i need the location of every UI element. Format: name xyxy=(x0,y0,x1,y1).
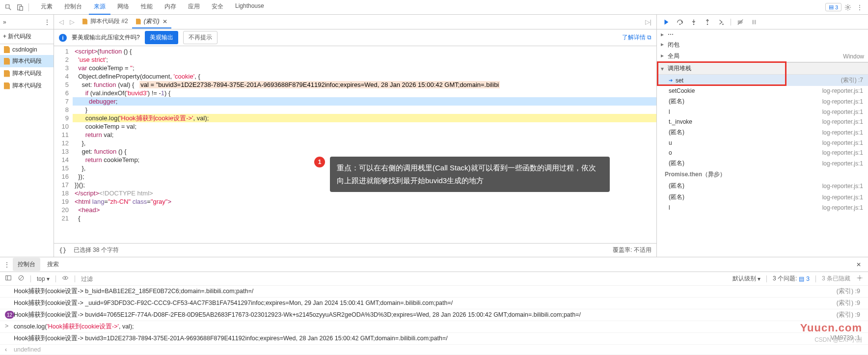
file-icon xyxy=(4,58,10,65)
problems-indicator[interactable]: 3 个问题: ▤ 3 xyxy=(773,274,810,283)
pretty-question: 要美观输出此压缩文件吗? xyxy=(72,33,140,42)
messages-badge[interactable]: ▤ 3 xyxy=(825,3,841,11)
callstack-frame[interactable]: olog-reporter.js:1 xyxy=(657,148,868,158)
svg-point-16 xyxy=(859,277,861,279)
callstack-frame[interactable]: llog-reporter.js:1 xyxy=(657,107,868,117)
devtools-tab[interactable]: 元素 xyxy=(36,0,57,15)
dismiss-button[interactable]: 不再提示 xyxy=(183,31,217,44)
snippet-item[interactable]: 脚本代码段 xyxy=(0,67,54,80)
settings-icon[interactable] xyxy=(842,2,853,13)
learn-more-link[interactable]: 了解详情 ⧉ xyxy=(622,33,651,42)
console-source-link[interactable]: (索引) :9 xyxy=(834,287,863,296)
callstack-section: ▾调用堆栈 ➔set(索引) :7setCookielog-reporter.j… xyxy=(657,62,868,213)
console-source-link[interactable]: (索引) :9 xyxy=(834,299,863,307)
snippet-label: 脚本代码段 xyxy=(12,57,42,65)
clear-console-icon[interactable] xyxy=(18,274,25,283)
annotation-tooltip: 1 重点：可以在右侧的调用栈里(Call Stack)就可以看到一些函数的调用过… xyxy=(314,157,610,192)
svg-point-15 xyxy=(64,277,66,279)
devtools-tab[interactable]: 来源 xyxy=(89,0,110,15)
log-level-selector[interactable]: 默认级别▾ xyxy=(732,274,760,283)
sidebar-expand-icon[interactable]: » xyxy=(3,19,6,26)
snippet-item[interactable]: 脚本代码段 xyxy=(0,80,54,92)
annotation-text: 重点：可以在右侧的调用栈里(Call Stack)就可以看到一些函数的调用过程，… xyxy=(330,157,610,192)
file-icon xyxy=(136,19,141,25)
devtools-tab[interactable]: 网络 xyxy=(112,0,134,15)
current-frame-icon: ➔ xyxy=(669,78,673,83)
context-selector[interactable]: top▾ xyxy=(37,275,50,282)
nav-back-icon[interactable]: ◁ xyxy=(57,18,66,26)
svg-rect-9 xyxy=(755,20,756,24)
callstack-frame[interactable]: (匿名)log-reporter.js:1 xyxy=(657,158,868,169)
step-over-button[interactable] xyxy=(676,18,684,27)
add-snippet-button[interactable]: + 新代码段 xyxy=(3,32,31,41)
editor-tab[interactable]: (索引)✕ xyxy=(132,15,171,28)
console-output[interactable]: Hook捕获到cookie设置-> b_lsid=BAB1E2E2_185FE0… xyxy=(0,286,868,355)
braces-icon[interactable]: {} xyxy=(59,246,67,254)
svg-point-3 xyxy=(679,24,680,25)
snippet-item[interactable]: 脚本代码段 xyxy=(0,55,54,67)
callstack-frame[interactable]: (匿名)log-reporter.js:1 xyxy=(657,96,868,107)
callstack-frame[interactable]: ➔set(索引) :7 xyxy=(657,75,868,86)
file-icon xyxy=(4,70,10,77)
console-line[interactable]: Hook捕获到cookie设置-> buvid3=1D2E2738-7894-3… xyxy=(0,333,868,345)
callstack-frame[interactable]: (匿名)log-reporter.js:1 xyxy=(657,191,868,203)
editor-footer: {} 已选择 38 个字符 覆盖率: 不适用 xyxy=(54,243,656,257)
resume-button[interactable] xyxy=(662,18,671,27)
callstack-frame[interactable]: ulog-reporter.js:1 xyxy=(657,138,868,148)
devtools-tab[interactable]: Lighthouse xyxy=(230,0,269,15)
pretty-print-button[interactable]: 美观输出 xyxy=(145,31,178,44)
tab-overflow-icon[interactable]: ▷| xyxy=(643,18,653,26)
console-tab[interactable]: 控制台 xyxy=(13,258,40,271)
devtools-tab[interactable]: 控制台 xyxy=(59,0,87,15)
drawer-more-icon[interactable]: ⋮ xyxy=(4,261,10,268)
filter-input[interactable] xyxy=(81,275,140,282)
more-icon[interactable]: ⋮ xyxy=(854,2,865,13)
svg-point-5 xyxy=(707,24,708,25)
console-settings-icon[interactable] xyxy=(856,274,863,283)
deactivate-breakpoints-button[interactable] xyxy=(736,18,745,27)
console-line[interactable]: 12Hook捕获到cookie设置-> buvid4=7065E12F-774A… xyxy=(0,309,868,321)
scope-row[interactable]: ▸全局Window xyxy=(657,51,868,62)
console-source-link[interactable]: (索引) :9 xyxy=(834,311,863,319)
scope-row[interactable]: ▸⋯ xyxy=(657,29,868,39)
editor-tab[interactable]: 脚本代码段 #2 xyxy=(79,15,132,28)
console-tab[interactable]: 搜索 xyxy=(42,258,64,271)
step-button[interactable] xyxy=(717,18,726,27)
inspect-icon[interactable] xyxy=(3,2,14,13)
step-into-button[interactable] xyxy=(689,18,698,27)
repeat-badge: 12 xyxy=(5,311,14,319)
console-source-link[interactable]: VM9739 :1 xyxy=(828,334,863,343)
callstack-frame[interactable]: (匿名)log-reporter.js:1 xyxy=(657,127,868,138)
devtools-tab[interactable]: 应用 xyxy=(183,0,205,15)
drawer-close-icon[interactable]: ✕ xyxy=(853,261,864,268)
divider xyxy=(28,3,29,11)
devtools-tab[interactable]: 内存 xyxy=(160,0,181,15)
devtools-tab[interactable]: 安全 xyxy=(207,0,228,15)
live-expression-icon[interactable] xyxy=(62,274,69,283)
devtools-topbar: 元素控制台来源网络性能内存应用安全Lighthouse ▤ 3 ⋮ xyxy=(0,0,868,15)
close-tab-icon[interactable]: ✕ xyxy=(163,18,167,25)
snippet-label: 脚本代码段 xyxy=(12,69,42,78)
console-line[interactable]: Hook捕获到cookie设置-> b_lsid=BAB1E2E2_185FE0… xyxy=(0,286,868,298)
device-toggle-icon[interactable] xyxy=(15,2,26,13)
callstack-frame[interactable]: (匿名)log-reporter.js:1 xyxy=(657,180,868,191)
console-line[interactable]: ‹undefined xyxy=(0,345,868,355)
callstack-frame[interactable]: llog-reporter.js:1 xyxy=(657,203,868,213)
step-out-button[interactable] xyxy=(703,18,712,27)
pause-exceptions-button[interactable] xyxy=(750,18,759,27)
callstack-header[interactable]: ▾调用堆栈 xyxy=(657,62,868,75)
hidden-count: 3 条已隐藏 xyxy=(822,274,850,283)
scope-row[interactable]: ▸闭包 xyxy=(657,39,868,51)
sidebar-more-icon[interactable]: ⋮ xyxy=(44,18,51,26)
console-tabbar: ⋮ 控制台搜索 ✕ xyxy=(0,257,868,272)
code-editor[interactable]: 123456789101112131415161718192021 <scrip… xyxy=(54,46,656,243)
nav-fwd-icon[interactable]: ▷ xyxy=(68,18,77,26)
console-line[interactable]: Hook捕获到cookie设置-> _uuid=9F3DFD3C-F92C-CC… xyxy=(0,298,868,309)
file-icon xyxy=(4,82,10,89)
console-sidebar-toggle-icon[interactable] xyxy=(5,274,12,283)
console-line[interactable]: >console.log('Hook捕获到cookie设置->', val); xyxy=(0,321,868,333)
devtools-tab[interactable]: 性能 xyxy=(136,0,158,15)
callstack-frame[interactable]: t._invokelog-reporter.js:1 xyxy=(657,117,868,127)
callstack-frame[interactable]: setCookielog-reporter.js:1 xyxy=(657,86,868,96)
snippet-item[interactable]: csdnlogin xyxy=(0,44,54,55)
